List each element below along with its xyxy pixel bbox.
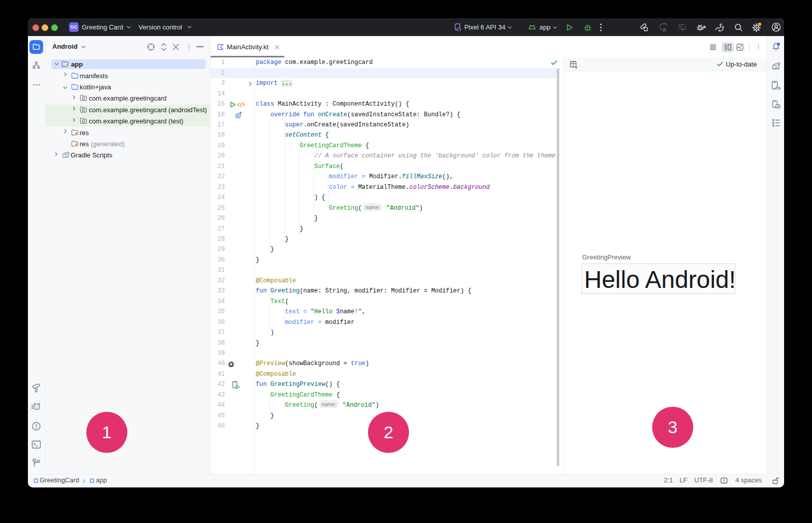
svg-text:A: A <box>663 27 666 33</box>
